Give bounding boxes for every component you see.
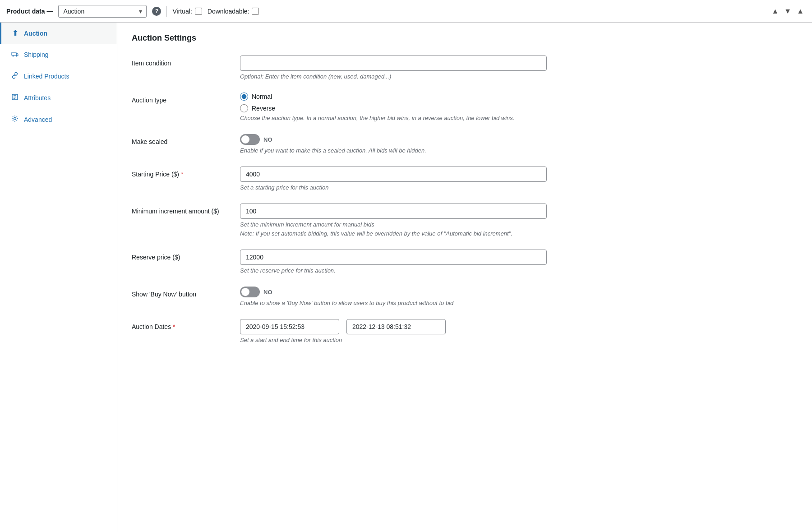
buy-now-slider (240, 287, 260, 297)
auction-dates-required: * (173, 323, 175, 330)
make-sealed-toggle-label: NO (263, 136, 272, 143)
reserve-price-input[interactable] (240, 250, 547, 265)
divider (166, 6, 167, 17)
make-sealed-field: NO Enable if you want to make this a sea… (240, 134, 547, 154)
buy-now-label: Show 'Buy Now' button (132, 287, 231, 299)
collapse-down-button[interactable]: ▼ (782, 6, 793, 16)
sidebar-item-advanced[interactable]: Advanced (0, 109, 117, 130)
buy-now-toggle[interactable] (240, 287, 260, 297)
collapse-up-button[interactable]: ▲ (770, 6, 780, 16)
auction-type-radio-group: Normal Reverse (240, 93, 547, 112)
minimum-increment-input[interactable] (240, 204, 547, 219)
main-content: Auction Settings Item condition Optional… (117, 23, 812, 532)
expand-button[interactable]: ▲ (795, 6, 806, 16)
auction-type-normal-option[interactable]: Normal (240, 93, 547, 101)
auction-type-normal-radio[interactable] (240, 93, 248, 101)
starting-price-field: Set a starting price for this auction (240, 167, 547, 191)
advanced-icon (10, 115, 19, 124)
starting-price-input[interactable] (240, 167, 547, 182)
sidebar-item-shipping[interactable]: Shipping (0, 44, 117, 65)
reserve-price-hint: Set the reserve price for this auction. (240, 267, 547, 274)
product-data-bar: Product data — Auction Simple product Gr… (0, 0, 812, 23)
sidebar-item-advanced-label: Advanced (24, 116, 52, 123)
item-condition-row: Item condition Optional: Enter the item … (132, 56, 798, 80)
auction-dates-hint: Set a start and end time for this auctio… (240, 337, 547, 343)
virtual-checkbox[interactable] (195, 8, 202, 15)
item-condition-input[interactable] (240, 56, 547, 71)
auction-type-field: Normal Reverse Choose the auction type. … (240, 93, 547, 121)
svg-point-2 (16, 56, 18, 57)
auction-type-reverse-radio[interactable] (240, 104, 248, 112)
sidebar-item-shipping-label: Shipping (24, 51, 49, 58)
product-type-select[interactable]: Auction Simple product Grouped product E… (58, 5, 147, 18)
sidebar-item-auction-label: Auction (24, 30, 47, 37)
starting-price-hint: Set a starting price for this auction (240, 184, 547, 191)
make-sealed-slider (240, 134, 260, 145)
buy-now-field: NO Enable to show a 'Buy Now' button to … (240, 287, 547, 306)
product-data-label: Product data — (6, 8, 53, 15)
help-icon[interactable]: ? (152, 7, 161, 16)
svg-rect-0 (12, 52, 16, 56)
auction-type-reverse-label: Reverse (252, 105, 275, 112)
virtual-label: Virtual: (172, 8, 192, 15)
reserve-price-field: Set the reserve price for this auction. (240, 250, 547, 274)
sidebar-item-auction[interactable]: ⬆ Auction (0, 23, 117, 44)
make-sealed-toggle-wrap: NO (240, 134, 547, 145)
buy-now-row: Show 'Buy Now' button NO Enable to show … (132, 287, 798, 306)
sidebar-item-linked-products-label: Linked Products (24, 73, 69, 80)
reserve-price-label: Reserve price ($) (132, 250, 231, 262)
starting-price-row: Starting Price ($) * Set a starting pric… (132, 167, 798, 191)
reserve-price-row: Reserve price ($) Set the reserve price … (132, 250, 798, 274)
downloadable-label: Downloadable: (208, 8, 249, 15)
auction-dates-row: Auction Dates * Set a start and end time… (132, 319, 798, 343)
minimum-increment-row: Minimum increment amount ($) Set the min… (132, 204, 798, 237)
buy-now-hint: Enable to show a 'Buy Now' button to all… (240, 300, 547, 306)
make-sealed-toggle[interactable] (240, 134, 260, 145)
auction-type-hint: Choose the auction type. In a normal auc… (240, 115, 547, 121)
auction-end-date-input[interactable] (346, 319, 446, 334)
make-sealed-row: Make sealed NO Enable if you want to mak… (132, 134, 798, 154)
downloadable-checkbox-wrap[interactable]: Downloadable: (208, 8, 259, 15)
sidebar-item-linked-products[interactable]: Linked Products (0, 65, 117, 87)
date-inputs-wrap (240, 319, 547, 334)
auction-dates-field: Set a start and end time for this auctio… (240, 319, 547, 343)
minimum-increment-field: Set the minimum increment amount for man… (240, 204, 547, 237)
minimum-increment-hint1: Set the minimum increment amount for man… (240, 221, 547, 228)
svg-point-1 (13, 56, 14, 57)
sidebar-item-attributes-label: Attributes (24, 94, 51, 102)
main-layout: ⬆ Auction Shipping Linked Products Attri… (0, 23, 812, 532)
section-title: Auction Settings (132, 33, 798, 43)
item-condition-field: Optional: Enter the item condition (new,… (240, 56, 547, 80)
product-type-select-wrap: Auction Simple product Grouped product E… (58, 5, 147, 18)
item-condition-hint: Optional: Enter the item condition (new,… (240, 73, 547, 80)
make-sealed-label: Make sealed (132, 134, 231, 147)
collapse-arrows: ▲ ▼ ▲ (770, 6, 806, 16)
linked-products-icon (10, 72, 19, 81)
buy-now-toggle-label: NO (263, 289, 272, 296)
buy-now-toggle-wrap: NO (240, 287, 547, 297)
starting-price-required: * (181, 171, 183, 178)
auction-type-label: Auction type (132, 93, 231, 105)
auction-start-date-input[interactable] (240, 319, 339, 334)
auction-dates-label: Auction Dates * (132, 319, 231, 332)
auction-type-row: Auction type Normal Reverse Choose the a… (132, 93, 798, 121)
sidebar-item-attributes[interactable]: Attributes (0, 87, 117, 109)
sidebar: ⬆ Auction Shipping Linked Products Attri… (0, 23, 117, 532)
attributes-icon (10, 93, 19, 102)
downloadable-checkbox[interactable] (252, 8, 259, 15)
minimum-increment-hint2: Note: If you set automatic bidding, this… (240, 230, 547, 237)
auction-type-reverse-option[interactable]: Reverse (240, 104, 547, 112)
virtual-checkbox-wrap[interactable]: Virtual: (172, 8, 202, 15)
auction-type-normal-label: Normal (252, 93, 272, 100)
item-condition-label: Item condition (132, 56, 231, 68)
make-sealed-hint: Enable if you want to make this a sealed… (240, 147, 547, 154)
minimum-increment-label: Minimum increment amount ($) (132, 204, 231, 216)
shipping-icon (10, 50, 19, 59)
svg-point-7 (14, 118, 16, 120)
starting-price-label: Starting Price ($) * (132, 167, 231, 179)
auction-icon: ⬆ (10, 29, 19, 37)
